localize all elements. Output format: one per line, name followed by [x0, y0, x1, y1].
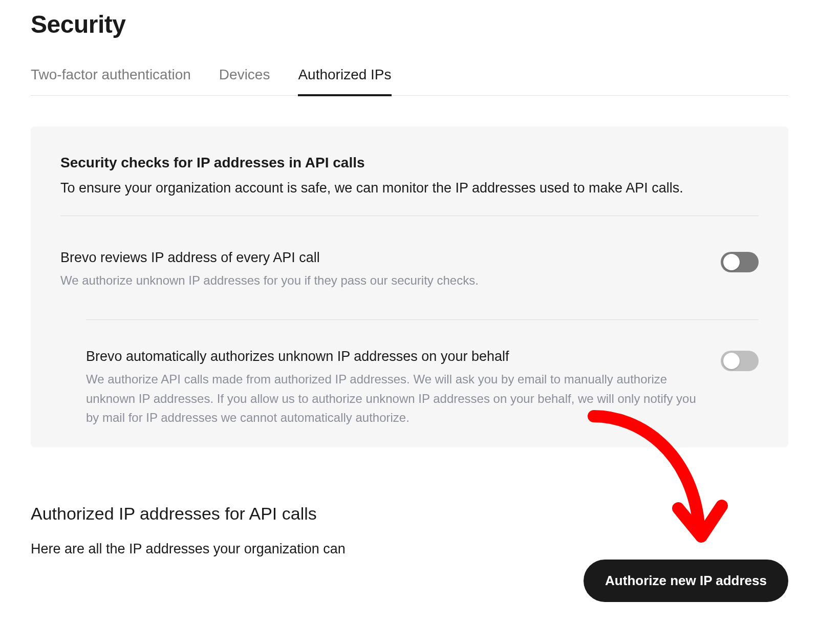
authorize-new-ip-button[interactable]: Authorize new IP address [584, 560, 788, 602]
toggle-review-ip[interactable] [721, 252, 759, 272]
option-auto-authorize-sub: We authorize API calls made from authori… [86, 370, 705, 427]
option-auto-authorize-title: Brevo automatically authorizes unknown I… [86, 349, 705, 364]
divider [86, 319, 759, 320]
tab-authorized-ips[interactable]: Authorized IPs [298, 67, 391, 96]
divider [60, 216, 759, 216]
option-auto-authorize-row: Brevo automatically authorizes unknown I… [60, 349, 759, 427]
security-card: Security checks for IP addresses in API … [31, 126, 788, 447]
card-description: To ensure your organization account is s… [60, 178, 759, 198]
toggle-knob-icon [723, 254, 740, 270]
option-review-ip-title: Brevo reviews IP address of every API ca… [60, 250, 705, 266]
option-review-ip-row: Brevo reviews IP address of every API ca… [60, 250, 759, 290]
page-title: Security [31, 10, 788, 38]
authorized-ips-heading: Authorized IP addresses for API calls [31, 504, 788, 524]
tabs: Two-factor authentication Devices Author… [31, 67, 788, 96]
tab-two-factor[interactable]: Two-factor authentication [31, 67, 191, 96]
card-title: Security checks for IP addresses in API … [60, 155, 759, 171]
toggle-knob-icon [723, 353, 740, 369]
option-review-ip-sub: We authorize unknown IP addresses for yo… [60, 271, 705, 290]
toggle-auto-authorize[interactable] [721, 351, 759, 371]
authorized-ips-sub: Here are all the IP addresses your organ… [31, 541, 389, 557]
tab-devices[interactable]: Devices [219, 67, 270, 96]
